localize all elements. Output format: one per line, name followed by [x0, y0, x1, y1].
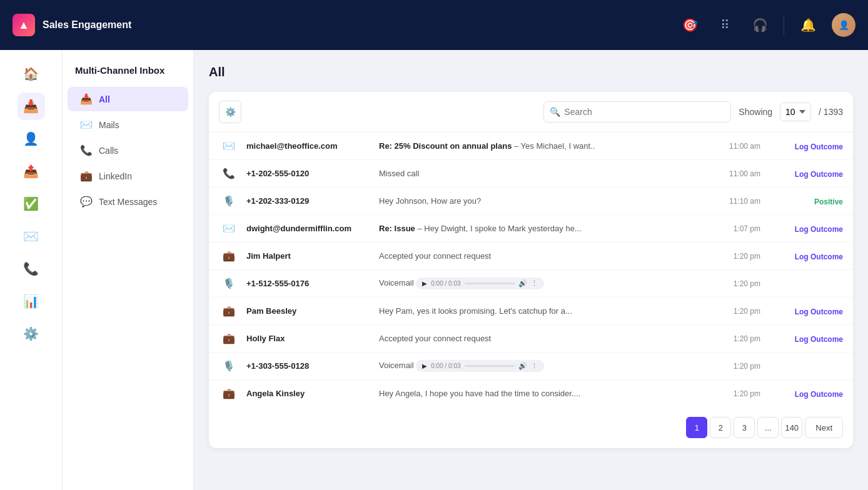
second-sidebar: Multi-Channel Inbox 📥 All ✉️ Mails 📞 Cal… [63, 50, 194, 490]
contact-name: +1-303-555-0128 [246, 361, 371, 371]
log-outcome-button[interactable]: Log Outcome [795, 170, 843, 179]
table-row: ✉️ dwight@dundermifflin.com Re: Issue – … [209, 215, 853, 242]
search-container: 🔍 [543, 101, 731, 122]
settings-nav-icon[interactable]: ⚙️ [18, 320, 45, 348]
page-3-button[interactable]: 3 [734, 417, 755, 438]
nav-divider [784, 15, 784, 35]
row-action: Positive [768, 196, 843, 207]
voicemail-row-icon: 🎙️ [219, 360, 239, 372]
voicemail-time-2: 0:00 / 0:03 [431, 362, 460, 369]
progress-bar-2 [465, 365, 515, 367]
search-input[interactable] [543, 101, 731, 122]
total-count: / 1393 [819, 107, 843, 117]
sidebar-item-mails[interactable]: ✉️ Mails [68, 112, 188, 137]
more-icon-2[interactable]: ⋮ [531, 362, 538, 370]
row-time: 11:10 am [704, 197, 760, 206]
linkedin-row-icon: 💼 [219, 332, 239, 344]
next-button[interactable]: Next [805, 417, 843, 438]
row-action: Log Outcome [768, 141, 843, 152]
log-outcome-button[interactable]: Log Outcome [795, 225, 843, 234]
contact-name: dwight@dundermifflin.com [246, 224, 371, 233]
contact-name: Pam Beesley [246, 306, 371, 316]
row-time: 11:00 am [704, 169, 760, 178]
sidebar-title: Multi-Channel Inbox [63, 60, 193, 86]
contact-name: Jim Halpert [246, 251, 371, 261]
table-row: 📞 +1-202-555-0120 Missed call 11:00 am L… [209, 160, 853, 188]
log-outcome-button[interactable]: Log Outcome [795, 390, 843, 399]
filter-button[interactable]: ⚙️ [219, 101, 241, 123]
pagination: 1 2 3 ... 140 Next [209, 407, 853, 448]
sidebar-item-linkedin[interactable]: 💼 LinkedIn [68, 164, 188, 188]
volume-icon-2[interactable]: 🔊 [518, 362, 527, 370]
row-message: Accepted your connect request [379, 334, 697, 343]
table-row: 🎙️ +1-202-333-0129 Hey Johnson, How are … [209, 188, 853, 215]
contact-name: Holly Flax [246, 334, 371, 343]
top-navigation: ▲ Sales Engagement 🎯 ⠿ 🎧 🔔 👤 [0, 0, 868, 50]
text-messages-icon: 💬 [80, 196, 93, 208]
message-subject: Re: Issue [379, 224, 415, 233]
analytics-nav-icon[interactable]: 📊 [18, 288, 45, 315]
calls-icon: 📞 [80, 144, 93, 156]
send-nav-icon[interactable]: 📤 [18, 158, 45, 185]
play-button-2[interactable]: ▶ [422, 362, 427, 369]
headset-icon[interactable]: 🎧 [749, 14, 771, 36]
more-icon[interactable]: ⋮ [531, 279, 538, 288]
page-ellipsis-button[interactable]: ... [757, 417, 779, 438]
mail-row-icon: ✉️ [219, 222, 239, 234]
sidebar-item-calls[interactable]: 📞 Calls [68, 138, 188, 162]
play-button[interactable]: ▶ [422, 280, 427, 287]
volume-icon[interactable]: 🔊 [518, 279, 527, 288]
table-row: 💼 Jim Halpert Accepted your connect requ… [209, 242, 853, 270]
phone-nav-icon[interactable]: 📞 [18, 255, 45, 282]
all-icon: 📥 [80, 93, 93, 105]
table-row: 💼 Angela Kinsley Hey Angela, I hope you … [209, 380, 853, 407]
linkedin-row-icon: 💼 [219, 305, 239, 317]
row-message: Hey Angela, I hope you have had the time… [379, 389, 697, 398]
row-message: Re: 25% Discount on annual plans – Yes M… [379, 141, 697, 151]
contact-name: michael@theoffice.com [246, 141, 371, 151]
sidebar-item-mails-label: Mails [99, 120, 119, 130]
showing-select[interactable]: 10 20 50 [780, 102, 811, 121]
log-outcome-button[interactable]: Log Outcome [795, 335, 843, 344]
contact-name: +1-512-555-0176 [246, 279, 371, 288]
page-1-button[interactable]: 1 [686, 417, 707, 438]
linkedin-row-icon: 💼 [219, 250, 239, 262]
linkedin-row-icon: 💼 [219, 388, 239, 399]
avatar[interactable]: 👤 [832, 13, 855, 37]
log-outcome-button[interactable]: Log Outcome [795, 142, 843, 151]
inbox-nav-icon[interactable]: 📥 [18, 92, 45, 120]
voicemail-player: ▶ 0:00 / 0:03 🔊 ⋮ [416, 278, 543, 289]
page-2-button[interactable]: 2 [710, 417, 731, 438]
tasks-nav-icon[interactable]: ✅ [18, 190, 45, 218]
progress-bar [465, 282, 515, 284]
row-message: Re: Issue – Hey Dwight, I spoke to Mark … [379, 224, 697, 233]
row-message: Voicemail ▶ 0:00 / 0:03 🔊 ⋮ [379, 360, 697, 372]
log-outcome-button[interactable]: Log Outcome [795, 252, 843, 261]
home-nav-icon[interactable]: 🏠 [18, 60, 45, 88]
row-time: 1:20 pm [704, 334, 760, 343]
sidebar-item-all[interactable]: 📥 All [68, 87, 188, 111]
sidebar-item-calls-label: Calls [99, 146, 118, 156]
row-time: 1:20 pm [704, 252, 760, 261]
sidebar-item-text-messages-label: Text Messages [99, 197, 157, 207]
bell-icon[interactable]: 🔔 [797, 14, 819, 36]
table-row: 🎙️ +1-512-555-0176 Voicemail ▶ 0:00 / 0:… [209, 270, 853, 298]
page-title: All [209, 65, 853, 79]
log-outcome-button[interactable]: Log Outcome [795, 308, 843, 316]
row-time: 1:20 pm [704, 389, 760, 398]
sidebar-item-text-messages[interactable]: 💬 Text Messages [68, 189, 188, 214]
page-140-button[interactable]: 140 [781, 417, 802, 438]
grid-icon[interactable]: ⠿ [714, 14, 736, 36]
voicemail-row-icon: 🎙️ [219, 195, 239, 207]
row-message: Voicemail ▶ 0:00 / 0:03 🔊 ⋮ [379, 278, 697, 289]
target-icon[interactable]: 🎯 [679, 14, 701, 36]
contact-name: +1-202-555-0120 [246, 169, 371, 178]
contact-name: +1-202-333-0129 [246, 196, 371, 206]
row-action: Log Outcome [768, 306, 843, 317]
mail-nav-icon[interactable]: ✉️ [18, 222, 45, 250]
contacts-nav-icon[interactable]: 👤 [18, 125, 45, 152]
table-row: 🎙️ +1-303-555-0128 Voicemail ▶ 0:00 / 0:… [209, 352, 853, 380]
app-title: Sales Engagement [43, 19, 131, 31]
voicemail-time: 0:00 / 0:03 [431, 280, 460, 287]
voicemail-row-icon: 🎙️ [219, 278, 239, 289]
